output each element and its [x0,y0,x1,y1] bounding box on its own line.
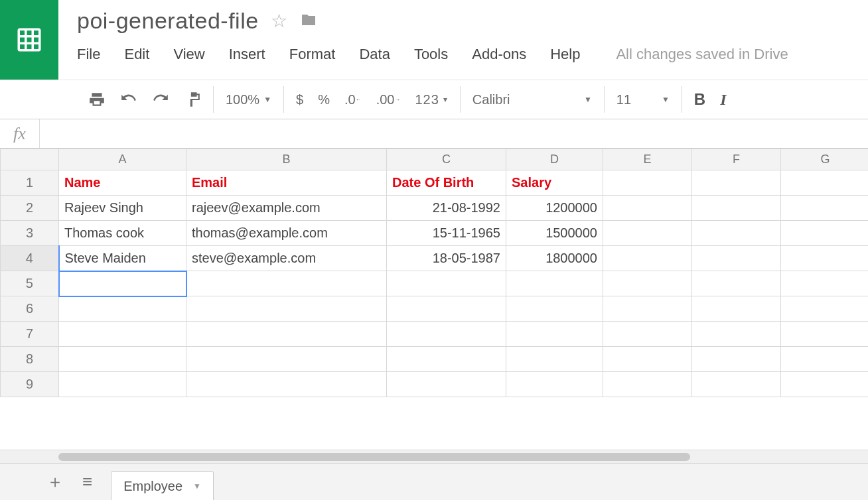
cell-E1[interactable] [603,170,692,196]
row-header[interactable]: 9 [1,372,59,397]
cell-F2[interactable] [692,196,781,221]
col-header-A[interactable]: A [59,149,186,170]
cell-A3[interactable]: Thomas cook [59,221,186,246]
cell-A6[interactable] [59,296,186,322]
col-header-B[interactable]: B [186,149,387,170]
bold-button[interactable]: B [694,90,705,109]
cell-G7[interactable] [781,322,869,347]
cell-B5[interactable] [186,271,387,296]
cell-C2[interactable]: 21-08-1992 [387,196,506,221]
font-family-dropdown[interactable]: Calibri▼ [472,92,592,107]
cell-A4[interactable]: Steve Maiden [59,246,186,271]
cell-B2[interactable]: rajeev@example.com [186,196,387,221]
cell-G6[interactable] [781,296,869,322]
cell-E2[interactable] [603,196,692,221]
cell-A1[interactable]: Name [59,170,186,196]
cell-B3[interactable]: thomas@example.com [186,221,387,246]
cell-C7[interactable] [387,322,506,347]
formula-input[interactable] [40,119,868,148]
cell-C1[interactable]: Date Of Birth [387,170,506,196]
cell-D6[interactable] [506,296,603,322]
select-all-cell[interactable] [1,149,59,170]
cell-F4[interactable] [692,246,781,271]
cell-E5[interactable] [603,271,692,296]
cell-E3[interactable] [603,221,692,246]
redo-icon[interactable] [152,91,169,108]
cell-B7[interactable] [186,322,387,347]
format-currency[interactable]: $ [296,92,303,107]
cell-E4[interactable] [603,246,692,271]
all-sheets-icon[interactable]: ≡ [82,471,92,492]
cell-C9[interactable] [387,372,506,397]
sheet-tab-active[interactable]: Employee ▼ [111,471,214,501]
cell-F3[interactable] [692,221,781,246]
menu-data[interactable]: Data [359,46,390,63]
row-header[interactable]: 1 [1,170,59,196]
menu-view[interactable]: View [173,46,204,63]
cell-A7[interactable] [59,322,186,347]
menu-format[interactable]: Format [289,46,336,63]
cell-B8[interactable] [186,347,387,372]
menu-help[interactable]: Help [550,46,580,63]
menu-file[interactable]: File [77,46,100,63]
cell-A5[interactable] [59,271,186,296]
cell-A2[interactable]: Rajeev Singh [59,196,186,221]
cell-B9[interactable] [186,372,387,397]
cell-F9[interactable] [692,372,781,397]
cell-F7[interactable] [692,322,781,347]
row-header[interactable]: 2 [1,196,59,221]
menu-edit[interactable]: Edit [124,46,149,63]
document-title[interactable]: poi-generated-file [77,8,259,34]
format-percent[interactable]: % [318,92,330,107]
spreadsheet-grid[interactable]: A B C D E F G 1 Name Email Date Of Birth… [0,149,868,450]
star-icon[interactable]: ☆ [271,10,287,32]
cell-C8[interactable] [387,347,506,372]
cell-B6[interactable] [186,296,387,322]
cell-B4[interactable]: steve@example.com [186,246,387,271]
col-header-F[interactable]: F [692,149,781,170]
cell-D3[interactable]: 1500000 [506,221,603,246]
cell-E6[interactable] [603,296,692,322]
menu-tools[interactable]: Tools [414,46,448,63]
print-icon[interactable] [88,91,106,108]
row-header[interactable]: 4 [1,246,59,271]
cell-D4[interactable]: 1800000 [506,246,603,271]
cell-G8[interactable] [781,347,869,372]
col-header-G[interactable]: G [781,149,869,170]
cell-C5[interactable] [387,271,506,296]
cell-F8[interactable] [692,347,781,372]
cell-A8[interactable] [59,347,186,372]
cell-B1[interactable]: Email [186,170,387,196]
cell-D1[interactable]: Salary [506,170,603,196]
cell-D7[interactable] [506,322,603,347]
row-header[interactable]: 7 [1,322,59,347]
cell-C6[interactable] [387,296,506,322]
row-header[interactable]: 3 [1,221,59,246]
horizontal-scrollbar[interactable] [0,450,868,463]
cell-F1[interactable] [692,170,781,196]
row-header[interactable]: 5 [1,271,59,296]
cell-D9[interactable] [506,372,603,397]
menu-addons[interactable]: Add-ons [472,46,526,63]
col-header-C[interactable]: C [387,149,506,170]
cell-G4[interactable] [781,246,869,271]
cell-F6[interactable] [692,296,781,322]
cell-D2[interactable]: 1200000 [506,196,603,221]
cell-F5[interactable] [692,271,781,296]
folder-icon[interactable] [299,12,318,31]
col-header-E[interactable]: E [603,149,692,170]
cell-E9[interactable] [603,372,692,397]
paint-format-icon[interactable] [184,91,201,108]
row-header[interactable]: 8 [1,347,59,372]
cell-G2[interactable] [781,196,869,221]
col-header-D[interactable]: D [506,149,603,170]
menu-insert[interactable]: Insert [229,46,265,63]
cell-C3[interactable]: 15-11-1965 [387,221,506,246]
cell-E8[interactable] [603,347,692,372]
cell-C4[interactable]: 18-05-1987 [387,246,506,271]
sheets-logo[interactable] [0,0,58,80]
cell-E7[interactable] [603,322,692,347]
font-size-dropdown[interactable]: 11▼ [616,92,670,107]
cell-G1[interactable] [781,170,869,196]
decrease-decimal[interactable]: .0← [344,95,362,104]
